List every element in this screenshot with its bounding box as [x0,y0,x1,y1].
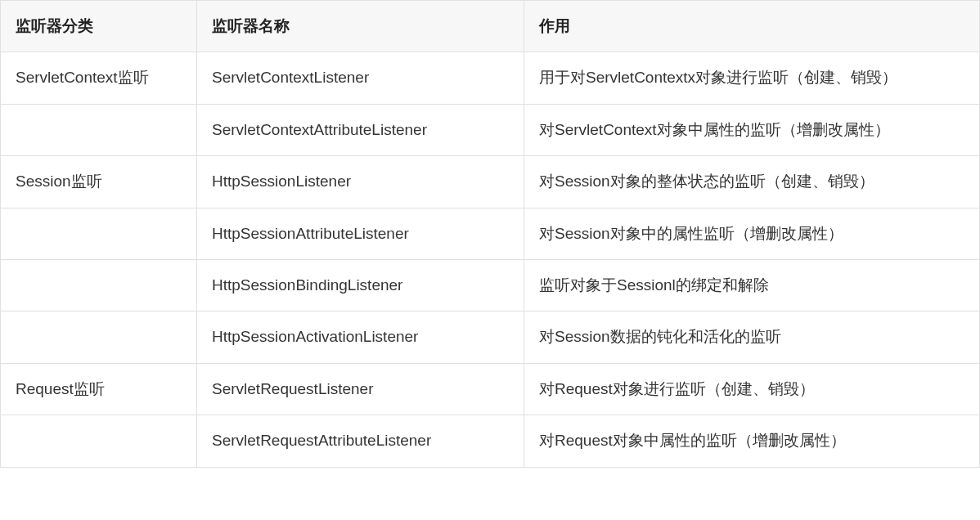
cell-purpose: 对Request对象进行监听（创建、销毁） [524,363,980,415]
header-category: 监听器分类 [1,1,197,52]
cell-listener-name: ServletContextListener [197,52,524,104]
cell-category [1,208,197,259]
table-row: HttpSessionBindingListener 监听对象于Sessionl… [1,259,980,311]
cell-listener-name: HttpSessionAttributeListener [197,208,524,259]
cell-category [1,312,197,363]
table-row: HttpSessionAttributeListener 对Session对象中… [1,208,980,259]
table-row: ServletRequestAttributeListener 对Request… [1,415,980,467]
cell-purpose: 对Session数据的钝化和活化的监听 [524,312,980,363]
cell-category: ServletContext监听 [1,52,197,104]
header-listener-name: 监听器名称 [197,1,524,52]
cell-category: Request监听 [1,363,197,415]
cell-category [1,259,197,311]
cell-purpose: 对Session对象的整体状态的监听（创建、销毁） [524,156,980,208]
header-purpose: 作用 [524,1,980,52]
table-row: HttpSessionActivationListener 对Session数据… [1,312,980,363]
table-row: ServletContextAttributeListener 对Servlet… [1,104,980,155]
cell-category [1,415,197,467]
cell-listener-name: ServletContextAttributeListener [197,104,524,155]
listener-table: 监听器分类 监听器名称 作用 ServletContext监听 ServletC… [0,0,980,468]
cell-category: Session监听 [1,156,197,208]
cell-listener-name: ServletRequestListener [197,363,524,415]
cell-category [1,104,197,155]
cell-listener-name: HttpSessionBindingListener [197,259,524,311]
cell-listener-name: HttpSessionActivationListener [197,312,524,363]
cell-purpose: 对Session对象中的属性监听（增删改属性） [524,208,980,259]
cell-listener-name: ServletRequestAttributeListener [197,415,524,467]
table-header-row: 监听器分类 监听器名称 作用 [1,1,980,52]
cell-purpose: 用于对ServletContextx对象进行监听（创建、销毁） [524,52,980,104]
cell-purpose: 对ServletContext对象中属性的监听（增删改属性） [524,104,980,155]
cell-listener-name: HttpSessionListener [197,156,524,208]
cell-purpose: 对Request对象中属性的监听（增删改属性） [524,415,980,467]
table-row: ServletContext监听 ServletContextListener … [1,52,980,104]
cell-purpose: 监听对象于Sessionl的绑定和解除 [524,259,980,311]
table-row: Request监听 ServletRequestListener 对Reques… [1,363,980,415]
table-row: Session监听 HttpSessionListener 对Session对象… [1,156,980,208]
